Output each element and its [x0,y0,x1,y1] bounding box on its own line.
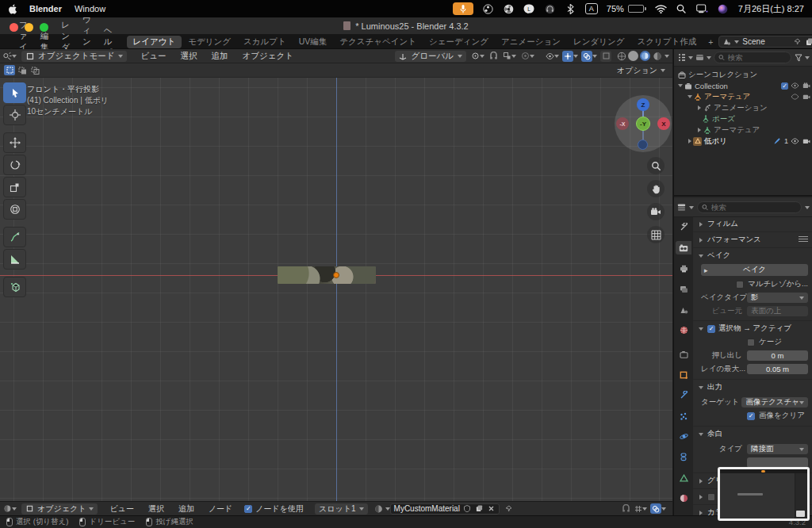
filter-icon[interactable] [794,53,802,62]
preset-list-icon[interactable] [799,236,808,243]
gizmo-x-axis[interactable]: X [657,117,670,130]
panel-film[interactable]: フィルム [693,217,812,231]
shader-menu-view[interactable]: ビュー [102,503,140,515]
tool-move[interactable] [3,132,26,153]
gizmo-z-axis[interactable]: Z [637,98,649,111]
tab-constraints-icon[interactable] [676,450,691,464]
outliner-row-animation[interactable]: アニメーション [677,102,812,113]
max-ray-distance-field[interactable]: 0.05 m [747,364,808,374]
shading-rendered-button[interactable] [652,51,662,61]
expand-icon[interactable] [688,95,692,98]
bluetooth-icon[interactable] [565,3,576,15]
tab-scene-icon[interactable] [676,303,691,316]
freestyle-checkbox[interactable] [707,493,715,501]
unlink-x-icon[interactable] [487,504,496,513]
overlays-dropdown[interactable] [650,503,666,514]
camera-view-button[interactable] [647,203,665,220]
shading-material-button[interactable] [640,51,650,61]
headphones-icon[interactable] [544,3,556,15]
pivot-point-dropdown[interactable] [471,52,485,60]
snap-magnet-icon[interactable] [489,52,498,60]
eye-icon[interactable] [791,137,799,146]
tab-tool-icon[interactable] [676,220,691,234]
gizmo-negx-axis[interactable]: -X [616,117,629,130]
extrusion-field[interactable]: 0 m [747,350,808,361]
shader-type-dropdown[interactable]: オブジェクト [21,503,98,515]
expand-icon[interactable] [698,128,701,132]
cage-checkbox[interactable] [747,339,755,346]
mode-dropdown[interactable]: オブジェクトモード [21,51,127,62]
expand-icon[interactable] [698,105,701,110]
snap-settings-dropdown[interactable] [503,52,516,60]
margin-type-dropdown[interactable]: 隣接面 [747,444,808,454]
material-browse-dropdown[interactable] [374,504,390,513]
tab-rendering[interactable]: レンダリング [567,36,630,48]
tab-world-icon[interactable] [676,323,691,337]
outliner-row-scene-collection[interactable]: シーンコレクション [677,69,812,80]
tool-measure[interactable] [3,249,26,270]
navigation-gizmo[interactable]: Z -X X -Y [615,95,672,152]
outliner-row-armature-data[interactable]: アーマテュア [677,124,812,136]
outliner-row-lowpoly[interactable]: 低ポリ 1 [677,136,812,147]
use-nodes-checkbox[interactable]: ✓ [244,505,252,513]
siri-icon[interactable] [717,3,729,15]
tab-viewlayer-icon[interactable] [676,282,691,296]
shader-menu-select[interactable]: 選択 [141,503,171,515]
bake-type-dropdown[interactable]: 影 [747,293,808,303]
tool-scale[interactable] [3,177,26,197]
tab-physics-icon[interactable] [676,430,691,443]
shader-menu-add[interactable]: 追加 [171,503,201,515]
panel-output[interactable]: 出力 [693,381,812,394]
zoom-button[interactable] [647,157,665,174]
slot-dropdown[interactable]: スロット1 [315,503,368,515]
tab-output-icon[interactable] [676,262,691,275]
properties-search-input[interactable] [711,203,797,212]
viewport-menu-add[interactable]: 追加 [204,51,235,62]
outliner-search-input[interactable] [728,53,787,62]
screen-mirroring-icon[interactable] [696,3,708,15]
tool-cursor[interactable] [3,105,26,125]
line-app-icon[interactable]: L [523,3,535,15]
screen-recording-overlay[interactable] [718,467,810,521]
use-nodes-toggle[interactable]: ✓ ノードを使用 [244,503,304,515]
tab-render-icon[interactable] [676,241,691,254]
window-titlebar[interactable]: * Luminous25 - Blender 4.3.2 [0,17,812,35]
tab-scripting[interactable]: スクリプト作成 [630,36,703,48]
tab-modeling[interactable]: モデリング [182,36,237,48]
snap-magnet-icon[interactable] [622,504,630,513]
xray-toggle[interactable] [600,51,611,62]
perspective-toggle-button[interactable] [647,226,665,243]
menubar-item-window[interactable]: Window [75,4,105,13]
pan-hand-button[interactable] [647,180,665,197]
gizmo-negz-axis[interactable] [638,140,648,150]
add-workspace-button[interactable]: + [703,37,718,47]
apple-menu-icon[interactable] [8,4,18,14]
overlays-dropdown[interactable] [581,51,597,62]
tab-texture-paint[interactable]: テクスチャペイント [333,36,423,48]
panel-selected-to-active[interactable]: ✓ 選択物 → アクティブ [693,322,812,335]
tab-collection-icon[interactable] [676,347,691,361]
editor-type-3dview-icon[interactable] [3,52,12,60]
menubar-app-name[interactable]: Blender [29,4,62,13]
menubar-clock[interactable]: 7月26日(土) 8:27 [738,3,804,15]
fake-user-shield-icon[interactable] [463,504,472,513]
eye-icon[interactable] [791,82,799,90]
outliner-row-collection[interactable]: Collection ✓ [677,80,812,91]
tool-annotate[interactable] [3,227,26,247]
properties-search[interactable] [697,201,802,213]
tab-object-icon[interactable] [676,368,691,381]
tab-particles-icon[interactable] [676,409,691,423]
outliner-display-mode-icon[interactable] [695,53,704,62]
snap-settings-dropdown[interactable] [634,504,647,513]
shading-wireframe-button[interactable] [616,51,626,61]
tab-sculpting[interactable]: スカルプト [237,36,293,48]
camera-render-icon[interactable] [802,137,810,146]
gizmos-dropdown[interactable] [562,51,578,62]
spotlight-search-icon[interactable] [676,3,688,15]
panel-performance[interactable]: パフォーマンス [693,233,812,247]
viewport-menu-select[interactable]: 選択 [173,51,204,62]
viewport-3d[interactable]: フロント・平行投影 (41) Collection | 低ポリ 10センチメート… [0,78,672,501]
scene-selector[interactable]: Scene [718,36,812,48]
proportional-edit-dropdown[interactable] [521,52,534,60]
tab-animation[interactable]: アニメーション [495,36,567,48]
